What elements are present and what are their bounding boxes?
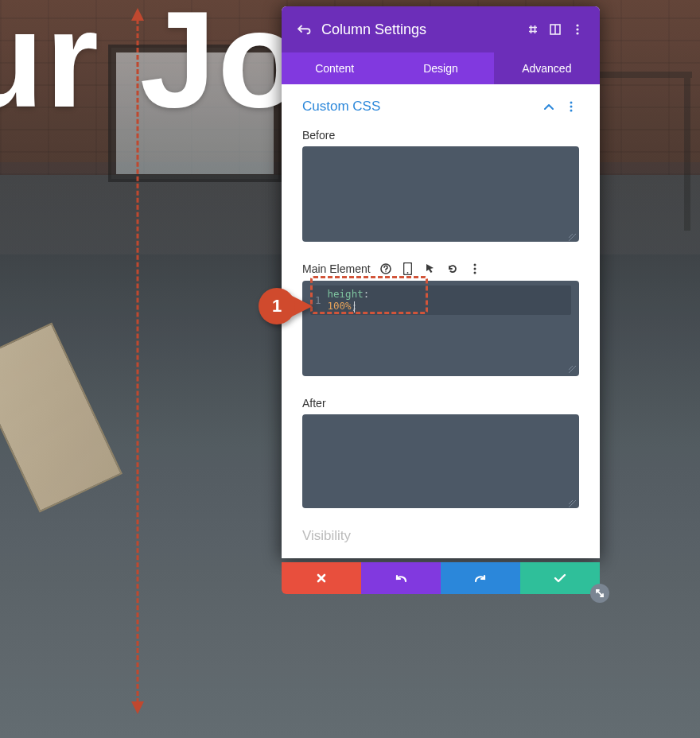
main-element-css-input[interactable]: 1 height: 100%; — [302, 281, 579, 376]
label-main-element-text: Main Element — [302, 262, 371, 275]
svg-point-5 — [576, 32, 578, 34]
svg-point-13 — [473, 264, 476, 266]
panel-tabs: Content Design Advanced — [282, 52, 600, 84]
tab-design[interactable]: Design — [387, 52, 493, 84]
code-line: 1 height: 100%; — [310, 285, 571, 315]
panel-header[interactable]: Column Settings — [282, 6, 600, 52]
panel-footer — [282, 562, 600, 594]
undo-button[interactable] — [361, 562, 441, 594]
css-property: height — [328, 288, 364, 300]
css-value: 100% — [328, 300, 352, 312]
tab-content[interactable]: Content — [282, 52, 387, 84]
section-header-custom-css[interactable]: Custom CSS — [302, 99, 579, 115]
panel-title: Column Settings — [321, 21, 522, 38]
mobile-icon[interactable] — [401, 262, 415, 276]
label-after: After — [302, 397, 579, 410]
svg-point-12 — [407, 272, 409, 274]
panel-resize-handle[interactable] — [590, 584, 609, 603]
section-title: Custom CSS — [302, 99, 535, 115]
label-after-text: After — [302, 397, 326, 410]
section-header-visibility[interactable]: Visibility — [302, 528, 579, 544]
back-arrow-icon[interactable] — [293, 18, 315, 41]
reset-icon[interactable] — [445, 262, 460, 276]
cancel-button[interactable] — [282, 562, 361, 594]
settings-panel: Column Settings Content Design Advanced … — [282, 6, 600, 558]
svg-point-4 — [576, 28, 578, 30]
text-caret — [354, 301, 355, 313]
redo-button[interactable] — [441, 562, 520, 594]
chevron-up-icon[interactable] — [541, 99, 557, 115]
step-marker-1: 1 — [259, 288, 317, 324]
save-button[interactable] — [520, 562, 600, 594]
label-before: Before — [302, 129, 579, 142]
hero-heading: ur Jo — [0, 0, 303, 127]
svg-point-10 — [385, 271, 386, 272]
pointer-icon[interactable] — [423, 262, 438, 276]
svg-rect-0 — [531, 28, 535, 32]
more-icon[interactable] — [566, 18, 589, 41]
svg-point-14 — [473, 268, 476, 270]
svg-point-15 — [473, 272, 476, 274]
main-more-icon[interactable] — [468, 262, 482, 276]
step-number: 1 — [272, 296, 282, 317]
css-colon: : — [364, 288, 370, 300]
main-element-toolbar — [379, 262, 482, 276]
tab-advanced[interactable]: Advanced — [494, 52, 600, 84]
before-css-input[interactable] — [302, 146, 579, 242]
draggable-icon[interactable] — [522, 18, 544, 41]
svg-point-8 — [570, 110, 573, 112]
after-css-input[interactable] — [302, 414, 579, 508]
svg-point-6 — [570, 102, 573, 104]
svg-point-3 — [576, 24, 578, 26]
label-before-text: Before — [302, 129, 335, 142]
expand-icon[interactable] — [544, 18, 566, 41]
help-icon[interactable] — [379, 262, 393, 276]
section-more-icon[interactable] — [563, 99, 579, 115]
label-main-element: Main Element — [302, 262, 579, 276]
panel-body: Custom CSS Before Main Element — [282, 84, 600, 558]
svg-point-7 — [570, 106, 573, 108]
